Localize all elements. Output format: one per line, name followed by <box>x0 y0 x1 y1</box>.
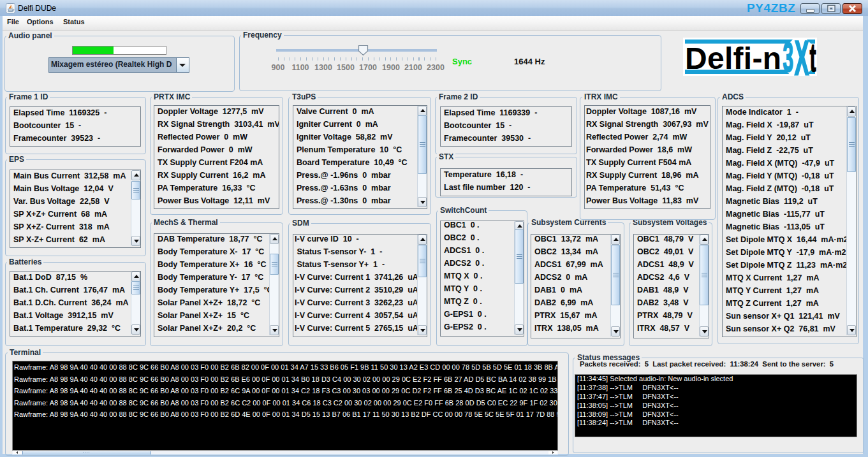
svg-text:3: 3 <box>783 38 794 76</box>
svg-text:Delfi-n: Delfi-n <box>685 41 781 75</box>
svg-text:X: X <box>795 38 809 76</box>
svg-text:t: t <box>810 38 816 76</box>
